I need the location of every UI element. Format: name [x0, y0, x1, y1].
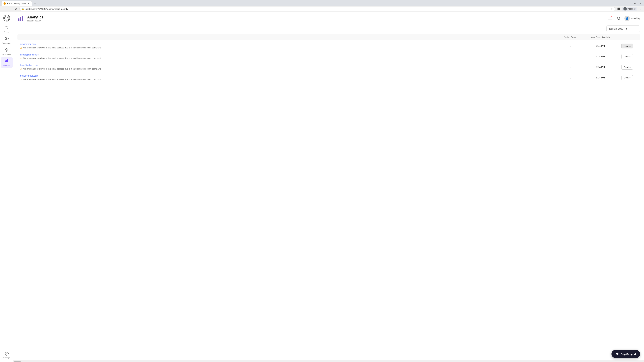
- tab-close-button[interactable]: ✕: [27, 2, 30, 5]
- action-count-cell: 1: [557, 55, 584, 58]
- lock-icon: 🔒: [22, 8, 24, 10]
- menu-button[interactable]: ⋮: [638, 6, 643, 11]
- main-content: Analytics Recent activity: [14, 12, 644, 362]
- row-email-cell: bingo@gmail.com ⚠ We are unable to deliv…: [20, 53, 557, 60]
- notification-dot: [611, 16, 612, 17]
- bottom-scrollbar[interactable]: [14, 360, 644, 362]
- url-text: getdrip.com/7641396/reports/recent_activ…: [26, 8, 609, 10]
- new-tab-button[interactable]: +: [33, 1, 38, 6]
- table-container: Action Count Most Recent Activity girl@g…: [14, 34, 644, 360]
- username: Moodjoy: [631, 17, 640, 20]
- header-most-recent: Most Recent Activity: [584, 36, 617, 38]
- svg-point-4: [7, 26, 8, 27]
- back-button[interactable]: ←: [1, 6, 6, 11]
- svg-marker-6: [5, 48, 8, 51]
- warning-row: ⚠ We are unable to deliver to this email…: [20, 57, 557, 60]
- browser-actions: ⬛ I Incognito ⋮: [616, 6, 643, 11]
- profile-button[interactable]: I Incognito: [622, 7, 637, 11]
- warning-row: ⚠ We are unable to deliver to this email…: [20, 67, 557, 70]
- time-cell: 5:04 PM: [584, 76, 617, 79]
- page-analytics-icon: [18, 15, 25, 22]
- time-cell: 5:04 PM: [584, 44, 617, 47]
- minimize-button[interactable]: —: [627, 1, 632, 6]
- active-tab[interactable]: 🔥 Recent Activity · Drip ✕: [1, 1, 32, 6]
- drip-support-icon: [616, 352, 619, 356]
- bookmark-icon[interactable]: ☆: [611, 7, 613, 10]
- warning-text: We are unable to deliver to this email a…: [23, 68, 100, 70]
- warning-icon: ⚠: [20, 46, 22, 49]
- table-row: bingo@gmail.com ⚠ We are unable to deliv…: [18, 51, 640, 62]
- profile-name: Incognito: [628, 8, 636, 10]
- email-link[interactable]: girl@gmail.com: [20, 43, 557, 45]
- tab-favicon: 🔥: [4, 2, 6, 5]
- email-link[interactable]: love@yahoo.com: [20, 64, 557, 66]
- sidebar-item-workflows-label: Workflows: [2, 53, 11, 55]
- drip-support-button[interactable]: Drip Support: [612, 350, 640, 358]
- details-button[interactable]: Details: [621, 54, 633, 59]
- details-cell: Details: [617, 43, 637, 48]
- svg-rect-7: [5, 61, 6, 62]
- user-avatar: 👤: [624, 16, 630, 21]
- sidebar-item-campaigns[interactable]: Campaigns: [1, 35, 13, 45]
- email-link[interactable]: heya@gmail.com: [20, 74, 557, 77]
- address-bar-row: ← → ↺ 🔒 getdrip.com/7641396/reports/rece…: [0, 6, 644, 12]
- settings-icon: [5, 352, 9, 356]
- user-info[interactable]: 👤 Moodjoy: [624, 16, 640, 21]
- svg-rect-8: [6, 60, 7, 62]
- details-cell: Details: [617, 54, 637, 59]
- campaigns-icon: [5, 36, 9, 41]
- extensions-button[interactable]: ⬛: [616, 6, 621, 11]
- search-button[interactable]: [616, 15, 622, 21]
- warning-row: ⚠ We are unable to deliver to this email…: [20, 78, 557, 81]
- header-action-count: Action Count: [557, 36, 584, 38]
- page-title: Analytics: [27, 15, 44, 19]
- details-button[interactable]: Details: [621, 43, 633, 48]
- sidebar-item-workflows[interactable]: Workflows: [1, 46, 13, 57]
- table-row: heya@gmail.com ⚠ We are unable to delive…: [18, 72, 640, 83]
- svg-point-14: [617, 17, 620, 19]
- row-email-cell: girl@gmail.com ⚠ We are unable to delive…: [20, 43, 557, 49]
- table-row: love@yahoo.com ⚠ We are unable to delive…: [18, 62, 640, 72]
- app-logo[interactable]: [3, 14, 11, 22]
- sidebar-item-settings[interactable]: Settings: [1, 350, 13, 360]
- header-email: [20, 36, 557, 38]
- close-button[interactable]: ✕: [638, 1, 643, 6]
- time-cell: 5:04 PM: [584, 55, 617, 58]
- page-header: Analytics Recent activity: [14, 12, 644, 24]
- email-link[interactable]: bingo@gmail.com: [20, 53, 557, 56]
- svg-rect-11: [18, 18, 20, 21]
- scroll-thumb[interactable]: [14, 361, 21, 362]
- restore-button[interactable]: ⧉: [632, 1, 637, 6]
- time-cell: 5:04 PM: [584, 66, 617, 68]
- page-subtitle: Recent activity: [27, 19, 44, 22]
- header-right: 👤 Moodjoy: [607, 15, 640, 21]
- sidebar-item-analytics[interactable]: Analytics: [1, 57, 13, 68]
- workflows-icon: [5, 48, 9, 53]
- sidebar-item-campaigns-label: Campaigns: [2, 42, 12, 44]
- details-button[interactable]: Details: [621, 75, 633, 80]
- logo-face-icon: [3, 15, 10, 21]
- reload-button[interactable]: ↺: [14, 6, 18, 11]
- people-icon: [5, 25, 9, 30]
- notifications-button[interactable]: [607, 15, 613, 21]
- page-title-area: Analytics Recent activity: [27, 15, 44, 22]
- sidebar-item-people[interactable]: People: [1, 24, 13, 34]
- forward-button[interactable]: →: [8, 6, 12, 11]
- sidebar: People Campaigns Workflows: [0, 12, 14, 362]
- dropdown-arrow-icon: ▼: [625, 27, 628, 30]
- svg-line-15: [619, 19, 620, 20]
- svg-point-0: [4, 16, 9, 20]
- date-picker[interactable]: Dec 13, 2023 ▼: [606, 25, 640, 32]
- action-count-cell: 1: [557, 66, 584, 68]
- address-bar[interactable]: 🔒 getdrip.com/7641396/reports/recent_act…: [20, 7, 615, 11]
- tab-bar: 🔥 Recent Activity · Drip ✕ + — ⧉ ✕: [0, 0, 644, 6]
- row-email-cell: heya@gmail.com ⚠ We are unable to delive…: [20, 74, 557, 81]
- date-value: Dec 13, 2023: [609, 27, 623, 30]
- browser-chrome: 🔥 Recent Activity · Drip ✕ + — ⧉ ✕ ← → ↺…: [0, 0, 644, 12]
- details-button[interactable]: Details: [621, 65, 633, 69]
- svg-rect-9: [8, 59, 8, 62]
- svg-point-3: [6, 26, 7, 27]
- date-picker-container: Dec 13, 2023 ▼: [14, 24, 644, 34]
- svg-point-2: [7, 17, 8, 18]
- svg-rect-13: [22, 16, 23, 21]
